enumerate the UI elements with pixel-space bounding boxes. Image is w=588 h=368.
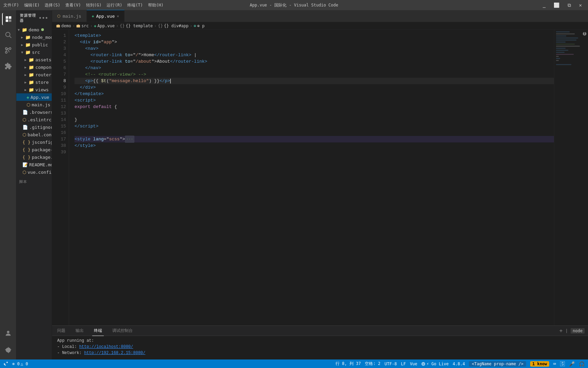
file-icon: 📄 <box>22 125 28 130</box>
account-icon[interactable] <box>2 327 14 339</box>
sidebar-header: 资源管理器 ••• <box>16 10 52 26</box>
sidebar-item-demo[interactable]: ▼ 📁 demo <box>16 26 52 33</box>
minimize-button[interactable]: ⎯ <box>540 2 548 8</box>
extension-version[interactable]: 4.8.4 <box>453 362 465 366</box>
network-link[interactable]: http://192.168.2.15:8080/ <box>84 351 145 355</box>
code-line: </nav> <box>75 65 554 71</box>
menu-help[interactable]: 帮助(H) <box>148 2 164 8</box>
menu-file[interactable]: 文件(F) <box>3 2 19 8</box>
svg-point-6 <box>5 51 7 53</box>
chevron-right-icon: ▶ <box>24 73 27 77</box>
chevron-right-icon: ▶ <box>24 80 27 84</box>
close-button[interactable]: ✕ <box>576 2 585 8</box>
sidebar-item-label: src <box>32 50 40 55</box>
tab-output[interactable]: 输出 <box>74 326 85 336</box>
search-icon[interactable] <box>2 29 14 41</box>
menu-bar[interactable]: 文件(F) 编辑(E) 选择(S) 查看(V) 转到(G) 运行(R) 终端(T… <box>3 2 164 8</box>
settings-icon[interactable] <box>2 344 14 357</box>
add-terminal-button[interactable]: + <box>559 327 563 334</box>
menu-goto[interactable]: 转到(G) <box>86 2 102 8</box>
window-controls[interactable]: ⎯ ⬜ ⧉ ✕ <box>540 2 585 8</box>
code-line: <!-- <router-view/> --> <box>75 71 554 78</box>
sidebar-item-public[interactable]: ▶ 📁 public <box>16 41 52 48</box>
sidebar-item-readme[interactable]: 📝 README.md <box>16 161 52 168</box>
breadcrumb-demo[interactable]: demo <box>56 24 71 28</box>
headphone-icon: 🎧 <box>579 361 585 367</box>
terminal-tabs: 问题 输出 终端 调试控制台 + | node <box>52 326 588 336</box>
sidebar-item-store[interactable]: ▶ 📁 store <box>16 78 52 86</box>
svg-rect-2 <box>5 19 8 22</box>
chevron-right-icon: ▶ <box>24 65 27 69</box>
sidebar-item-babel[interactable]: ⬡ babel.config.js <box>16 131 52 138</box>
sidebar-item-gitignore[interactable]: 📄 .gitignore <box>16 123 52 131</box>
sidebar-item-router[interactable]: ▶ 📁 router <box>16 71 52 78</box>
breadcrumb-src[interactable]: src <box>76 24 89 28</box>
extensions-icon[interactable] <box>2 60 14 72</box>
explorer-icon[interactable] <box>2 13 14 25</box>
terminal-area: 问题 输出 终端 调试控制台 + | node App running at: <box>52 325 588 359</box>
breadcrumb-div[interactable]: {} {} div#app <box>158 24 189 28</box>
restore-button[interactable]: ⬜ <box>551 2 562 8</box>
line-ending[interactable]: LF <box>401 362 406 366</box>
sidebar-item-label: public <box>32 42 48 47</box>
tab-label: main.js <box>63 14 81 19</box>
sidebar-item-packagelock[interactable]: { } package-lock.json <box>16 146 52 153</box>
tab-app-vue[interactable]: ◈ App.vue ✕ <box>87 10 125 22</box>
code-editor[interactable]: 1 2 3 4 5 6 7 8 9 10 11 12 13 14 15 16 1 <box>52 30 588 325</box>
json-file-icon: { } <box>22 147 30 152</box>
code-line-active: <p>{{ $t("message.hello") }}</p> <box>75 78 554 84</box>
sidebar-item-package[interactable]: { } package.json <box>16 153 52 161</box>
menu-view[interactable]: 查看(V) <box>65 2 81 8</box>
error-count[interactable]: ⊗ 0 △ 0 <box>12 362 28 366</box>
terminal-content[interactable]: App running at: - Local: http://localhos… <box>52 336 588 359</box>
indentation[interactable]: 空格: 2 <box>365 361 380 367</box>
editor-right-icons <box>581 30 588 325</box>
sidebar-item-jsconfig[interactable]: { } jsconfig.json <box>16 138 52 146</box>
tag-name-label[interactable]: <TagName prop-name /> <box>469 361 526 367</box>
menu-edit[interactable]: 编辑(E) <box>24 2 40 8</box>
chevron-right-icon: ▶ <box>21 43 23 47</box>
sidebar-item-src[interactable]: ▼ 📁 src <box>16 48 52 56</box>
breadcrumb: demo › src › ◈ App.vue › {} {} template … <box>52 22 588 30</box>
sidebar-item-label: .browserslistrc <box>29 110 52 115</box>
go-live-button[interactable]: ⚡ Go Live <box>421 362 448 366</box>
maximize-button[interactable]: ⧉ <box>565 2 574 8</box>
svg-point-8 <box>9 48 11 50</box>
code-line: </div> <box>75 84 554 91</box>
menu-terminal[interactable]: 终端(T) <box>127 2 143 8</box>
sidebar-options[interactable]: ••• <box>39 15 48 21</box>
know-badge[interactable]: 1 know <box>530 361 549 367</box>
svg-rect-0 <box>5 16 8 19</box>
sidebar-item-main-js[interactable]: ⬡ main.js <box>16 101 52 108</box>
menu-run[interactable]: 运行(R) <box>107 2 122 8</box>
keyboard-icon: ⌨ <box>553 361 556 367</box>
code-content[interactable]: <template> <div id="app"> <nav> <router-… <box>69 30 554 325</box>
cursor-position[interactable]: 行 8, 列 37 <box>336 361 361 367</box>
breadcrumb-template[interactable]: {} {} template <box>120 24 153 28</box>
close-icon[interactable]: ✕ <box>117 14 119 18</box>
local-link[interactable]: http://localhost:8080/ <box>79 344 133 349</box>
tab-terminal[interactable]: 终端 <box>92 326 104 336</box>
sidebar-item-app-vue[interactable]: ◈ App.vue <box>16 93 52 101</box>
tab-main-js[interactable]: ⬡ main.js <box>52 10 87 22</box>
breadcrumb-appvue[interactable]: ◈ App.vue <box>94 24 115 28</box>
sidebar-item-components[interactable]: ▶ 📁 components <box>16 63 52 71</box>
git-branch-icon[interactable] <box>3 362 8 366</box>
window-title: App.vue - 国际化 - Visual Studio Code <box>250 2 338 8</box>
breadcrumb-p[interactable]: ⊕ ⊕ p <box>194 24 205 28</box>
source-control-icon[interactable] <box>2 44 14 57</box>
sidebar-item-assets[interactable]: ▶ 📁 assets <box>16 56 52 63</box>
tab-problems[interactable]: 问题 <box>55 326 67 336</box>
sidebar-title: 资源管理器 <box>20 13 39 23</box>
file-tree: ▼ 📁 demo ▶ 📁 node_mod... ▶ 📁 public ▼ <box>16 26 52 359</box>
sidebar-item-node-modules[interactable]: ▶ 📁 node_mod... <box>16 33 52 41</box>
sidebar-item-views[interactable]: ▶ 📁 views <box>16 86 52 93</box>
menu-select[interactable]: 选择(S) <box>45 2 60 8</box>
sidebar-item-vueconfig[interactable]: ⬡ vue.config.js <box>16 168 52 176</box>
js-file-icon: ⬡ <box>22 117 26 122</box>
sidebar-item-browserslistrc[interactable]: 📄 .browserslistrc <box>16 108 52 116</box>
encoding[interactable]: UTF-8 <box>385 362 397 366</box>
sidebar-item-eslintrc[interactable]: ⬡ .eslintrc.js <box>16 116 52 123</box>
tab-debug[interactable]: 调试控制台 <box>111 326 134 336</box>
language-mode[interactable]: Vue <box>410 362 418 366</box>
